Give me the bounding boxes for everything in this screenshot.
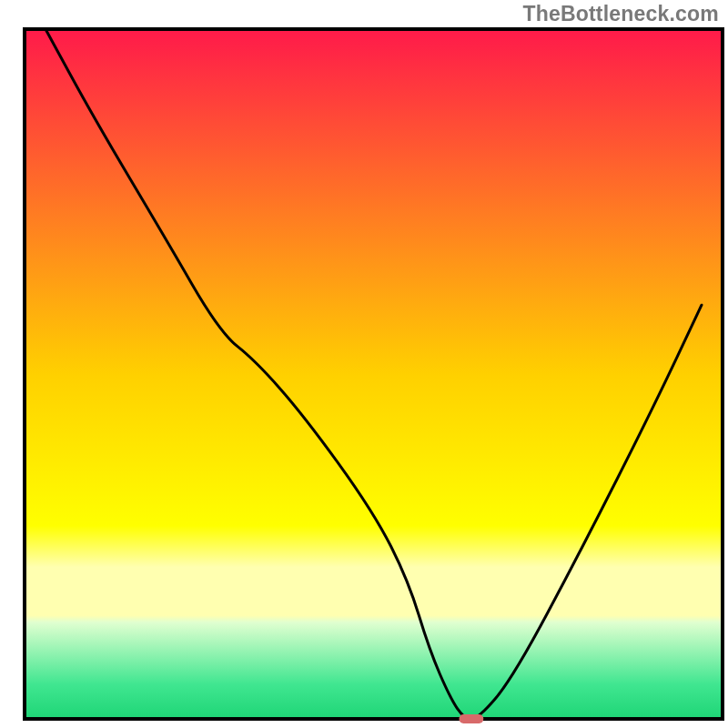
bottleneck-plot — [0, 0, 728, 728]
optimal-marker — [459, 714, 483, 723]
chart-container: TheBottleneck.com — [0, 0, 728, 728]
plot-background — [25, 29, 723, 719]
